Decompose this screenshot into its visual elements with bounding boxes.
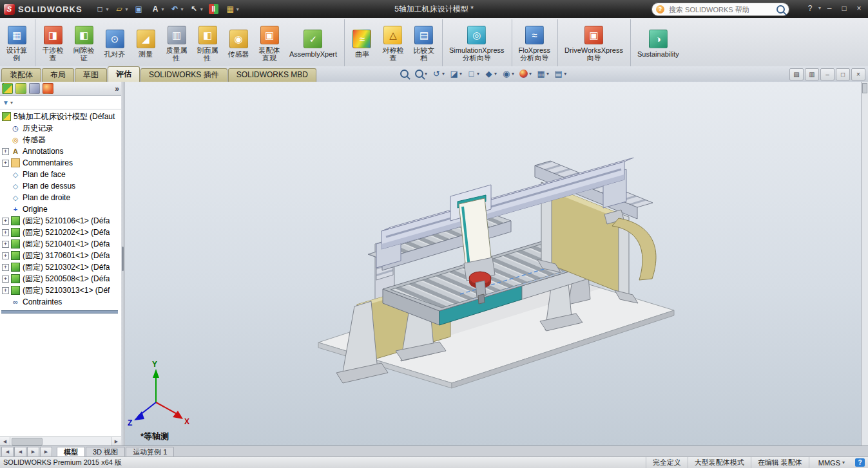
filter-caret-icon[interactable]: ▾	[10, 100, 13, 106]
tree-item[interactable]: + (固定) 5210302<1> (Défa	[0, 261, 121, 273]
graphics-viewport[interactable]: Y X Z *等轴测	[125, 82, 862, 446]
help-search-box[interactable]: ?	[651, 3, 789, 16]
dropdown-caret-icon[interactable]: ▾	[459, 71, 462, 77]
expander-icon[interactable]: +	[2, 160, 9, 167]
ribbon-button[interactable]: ◨ 干涉检 查	[35, 19, 68, 68]
study-tab[interactable]: 模型	[57, 447, 85, 457]
new-document-icon[interactable]: □ ▾	[93, 2, 111, 16]
expander-icon[interactable]: +	[2, 241, 9, 248]
tree-item[interactable]: ∞ Contraintes	[0, 296, 121, 308]
doc-page-icon[interactable]: ▤	[789, 68, 804, 80]
zoom-to-area-icon[interactable]: ▾	[413, 68, 429, 80]
tree-filter-row[interactable]: ▼ ▾	[0, 96, 121, 109]
expander-icon[interactable]	[2, 183, 9, 190]
ribbon-button[interactable]: ◢ 测量	[130, 19, 161, 68]
rebuild-icon[interactable]: ‖	[206, 2, 222, 16]
scroll-left-button[interactable]: ◀	[0, 437, 10, 446]
featuremanager-tab-icon[interactable]	[2, 83, 13, 94]
expander-icon[interactable]: +	[2, 287, 9, 294]
doc-page-alt-icon[interactable]: ▥	[805, 68, 819, 80]
tab-nav-arrow-button[interactable]: ▶	[40, 447, 52, 457]
dropdown-caret-icon[interactable]: ▾	[494, 71, 497, 77]
dropdown-caret-icon[interactable]: ▾	[442, 71, 445, 77]
ribbon-button[interactable]: ▤ 比较文 档	[409, 19, 439, 68]
units-caret-icon[interactable]: ▾	[842, 460, 845, 465]
help-caret-icon[interactable]: ▾	[818, 5, 821, 11]
panel-expand-chevron[interactable]: »	[115, 84, 119, 93]
minimize-button[interactable]: –	[823, 2, 836, 14]
splitter-grip[interactable]	[122, 247, 124, 271]
ribbon-button[interactable]: ▦ 设计算 例	[1, 19, 32, 68]
previous-view-icon[interactable]: ↺ ▾	[430, 68, 447, 80]
tree-item[interactable]: + (固定) 52103013<1> (Déf	[0, 285, 121, 296]
hide-show-items-icon[interactable]: ◉ ▾	[500, 68, 516, 80]
units-selector[interactable]: MMGS ▾	[809, 457, 849, 468]
expander-icon[interactable]: +	[2, 252, 9, 259]
expander-icon[interactable]	[2, 206, 9, 213]
search-icon[interactable]	[776, 5, 785, 14]
ribbon-button[interactable]: ▥ 质量属 性	[161, 19, 192, 68]
ribbon-button[interactable]: △ 对称检 查	[378, 19, 409, 68]
view-orientation-icon[interactable]: □ ▾	[465, 68, 481, 80]
command-tab[interactable]: 评估	[108, 66, 140, 82]
ribbon-button[interactable]: ▣ DriveWorksXpress 向导	[557, 19, 628, 68]
dropdown-caret-icon[interactable]: ▾	[564, 71, 566, 77]
expander-icon[interactable]: +	[2, 229, 9, 236]
tree-item[interactable]: ◷ 历史记录	[0, 122, 121, 134]
open-document-icon[interactable]: ▱ ▾	[112, 2, 131, 16]
scrollbar-thumb[interactable]	[12, 438, 43, 445]
dropdown-caret-icon[interactable]: ▾	[200, 6, 203, 12]
select-icon[interactable]: ↖ ▾	[187, 2, 206, 16]
section-view-icon[interactable]: ◪ ▾	[448, 68, 464, 80]
ribbon-button[interactable]: ⊙ 孔对齐	[99, 19, 130, 68]
configurationmanager-tab-icon[interactable]	[29, 83, 40, 94]
tree-item[interactable]: + (固定) 3170601<1> (Défa	[0, 250, 121, 261]
tab-nav-arrow-button[interactable]: ◀	[14, 447, 26, 457]
maximize-button[interactable]: □	[838, 2, 851, 14]
tree-item[interactable]: ◇ Plan de droite	[0, 192, 121, 203]
tree-item[interactable]: ◎ 传感器	[0, 134, 121, 145]
filter-funnel-icon[interactable]: ▼	[3, 99, 9, 106]
edit-appearance-icon[interactable]: ▾	[517, 68, 534, 80]
command-tab[interactable]: 装配体	[1, 68, 41, 82]
tree-item[interactable]: + Origine	[0, 203, 121, 215]
tree-item[interactable]: + (固定) 5210106<1> (Défa	[0, 215, 121, 227]
tree-item[interactable]: + (固定) 5210401<1> (Défa	[0, 238, 121, 250]
expander-icon[interactable]	[2, 136, 9, 144]
ribbon-button[interactable]: ▣ 装配体 直观	[254, 19, 285, 68]
dropdown-caret-icon[interactable]: ▾	[425, 71, 427, 77]
tree-item[interactable]: + (固定) 5210202<1> (Défa	[0, 227, 121, 238]
task-pane-edge[interactable]	[861, 82, 868, 446]
ribbon-button[interactable]: ◎ SimulationXpress 分析向导	[442, 19, 509, 68]
file-properties-icon[interactable]: A ▾	[148, 2, 167, 16]
command-tab[interactable]: 布局	[42, 68, 74, 82]
command-tab[interactable]: SOLIDWORKS MBD	[228, 68, 316, 82]
command-tab[interactable]: 草图	[75, 68, 107, 82]
tree-item[interactable]: + Commentaires	[0, 157, 121, 169]
status-help-button[interactable]: ?	[855, 458, 865, 467]
scrollbar-track[interactable]	[10, 437, 111, 446]
model-canvas[interactable]: Y X Z	[125, 82, 862, 446]
task-pane-handle[interactable]	[862, 83, 867, 93]
ribbon-button[interactable]: ◑ Sustainability	[630, 19, 684, 68]
doc-minimize-button[interactable]: –	[820, 68, 834, 80]
view-settings-icon[interactable]: ▤ ▾	[552, 68, 568, 80]
panel-horizontal-scrollbar[interactable]: ◀ ▶	[0, 436, 121, 446]
ribbon-button[interactable]: ≈ 曲率	[344, 19, 378, 68]
apply-scene-icon[interactable]: ▦ ▾	[535, 68, 551, 80]
dropdown-caret-icon[interactable]: ▾	[477, 71, 479, 77]
study-tab[interactable]: 运动算例 1	[126, 447, 174, 457]
displaymanager-tab-icon[interactable]	[43, 83, 53, 94]
scroll-right-button[interactable]: ▶	[111, 437, 121, 446]
tree-item[interactable]: ◇ Plan de dessus	[0, 180, 121, 192]
display-style-icon[interactable]: ◆ ▾	[483, 68, 499, 80]
expander-icon[interactable]	[2, 171, 9, 178]
tab-nav-arrow-button[interactable]: ◀	[1, 447, 14, 457]
tab-nav-arrow-button[interactable]: ▶	[27, 447, 39, 457]
dropdown-caret-icon[interactable]: ▾	[106, 6, 109, 12]
propertymanager-tab-icon[interactable]	[15, 83, 26, 94]
tree-item[interactable]: + A Annotations	[0, 145, 121, 157]
dropdown-caret-icon[interactable]: ▾	[236, 6, 239, 12]
ribbon-button[interactable]: ≈ FloXpress 分析向导	[512, 19, 555, 68]
ribbon-button[interactable]: ✓ AssemblyXpert	[285, 19, 342, 68]
